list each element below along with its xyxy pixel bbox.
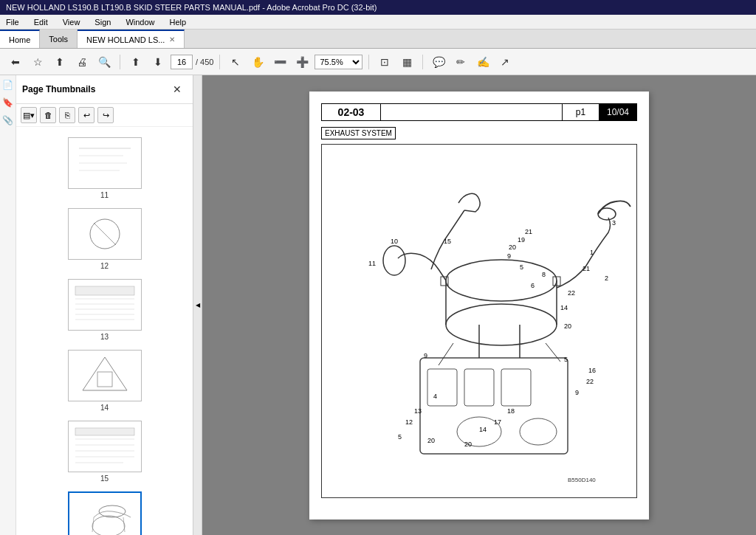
exhaust-diagram: 10 11 3 2 1 22 14 20 8 6 5 9 16 22 9 5 1 [324,151,634,491]
page-icon[interactable]: 📄 [1,78,15,92]
svg-text:9: 9 [507,252,511,260]
title-bar: NEW HOLLAND LS190.B LT190.B SKID STEER P… [0,0,756,15]
thumb-preview-14 [72,353,138,398]
pdf-viewer[interactable]: 02-03 p1 10/04 EXHAUST SYSTEM [202,75,756,535]
svg-text:12: 12 [405,418,413,426]
thumbnail-item-11[interactable]: 11 [16,133,193,204]
share-button[interactable]: ↗ [495,52,515,72]
thumb-preview-12 [72,212,138,256]
redo-btn[interactable]: ↪ [97,107,114,123]
comment-button[interactable]: 💬 [429,52,448,72]
next-page-button[interactable]: ⬇ [148,52,168,72]
svg-rect-20 [75,428,134,435]
highlight-button[interactable]: ✏ [451,52,470,72]
page-total: / 450 [196,58,213,66]
separator-2 [219,55,220,69]
close-sidebar-button[interactable]: ✕ [168,80,187,99]
zoom-out-button[interactable]: ➖ [270,52,289,72]
svg-text:15: 15 [444,238,451,245]
thumbnail-list: 11 12 [16,127,193,535]
svg-rect-26 [72,495,138,535]
svg-rect-16 [72,353,138,398]
close-tab-icon[interactable]: ✕ [169,35,175,44]
svg-text:2: 2 [605,275,608,282]
delete-thumb-btn[interactable]: 🗑 [40,107,56,123]
print-button[interactable]: 🖨 [72,52,92,72]
svg-text:B550D140: B550D140 [568,477,596,483]
thumbnail-item-13[interactable]: 13 [16,275,193,345]
svg-text:17: 17 [494,418,501,426]
thumbnail-options-btn[interactable]: ▤▾ [21,107,37,123]
svg-text:20: 20 [464,441,472,448]
signature-button[interactable]: ✍ [473,52,492,72]
thumb-label-15: 15 [100,474,109,483]
section-spacer [381,104,563,120]
upload-button[interactable]: ⬆ [50,52,69,72]
extract-btn[interactable]: ⎘ [59,107,75,123]
thumb-preview-11 [72,141,138,185]
tab-doc-label: NEW HOLLAND LS... [86,35,165,44]
page-navigation: / 450 [171,55,213,69]
collapse-handle[interactable]: ◀ [193,75,202,535]
title-text: NEW HOLLAND LS190.B LT190.B SKID STEER P… [6,3,377,12]
thumbnail-item-16[interactable]: 16 [16,487,193,535]
collapse-icon: ◀ [196,302,200,308]
page-header: 02-03 p1 10/04 [321,103,637,121]
menu-window[interactable]: Window [123,16,157,28]
svg-text:10: 10 [391,238,398,245]
columns-button[interactable]: ▦ [397,52,416,72]
thumbnail-item-15[interactable]: 15 [16,416,193,487]
svg-text:6: 6 [531,282,535,289]
menu-sign[interactable]: Sign [92,16,114,28]
tab-home[interactable]: Home [0,30,40,48]
diagram-container: 10 11 3 2 1 22 14 20 8 6 5 9 16 22 9 5 1 [321,144,637,498]
attachment-icon[interactable]: 📎 [1,114,15,127]
thumb-label-13: 13 [100,333,109,341]
fit-page-button[interactable]: ⊡ [375,52,394,72]
thumb-label-14: 14 [100,404,109,412]
pan-tool[interactable]: ✋ [248,52,267,72]
svg-text:21: 21 [525,228,532,235]
back-button[interactable]: ⬅ [6,52,25,72]
tab-doc[interactable]: NEW HOLLAND LS... ✕ [78,30,185,48]
svg-text:18: 18 [507,407,515,415]
svg-text:1: 1 [590,249,594,256]
thumbnail-item-14[interactable]: 14 [16,345,193,416]
thumb-box-13 [68,279,142,331]
date-cell: 10/04 [599,104,636,120]
undo-btn[interactable]: ↩ [78,107,94,123]
page-number-input[interactable] [171,55,193,69]
svg-text:14: 14 [560,304,568,311]
search-button[interactable]: 🔍 [94,52,114,72]
zoom-in-button[interactable]: ➕ [292,52,312,72]
cursor-tool[interactable]: ↖ [226,52,245,72]
thumb-box-12 [68,208,142,260]
svg-rect-31 [324,151,634,491]
sidebar-panel: Page Thumbnails ✕ ▤▾ 🗑 ⎘ ↩ ↪ [16,75,193,535]
menu-view[interactable]: View [60,16,83,28]
tab-bar: Home Tools NEW HOLLAND LS... ✕ [0,30,756,49]
tab-tools[interactable]: Tools [40,30,78,48]
zoom-select[interactable]: 50% 75% 75.5% 100% 125% 150% 200% [315,55,362,69]
main-area: 📄 🔖 📎 Page Thumbnails ✕ ▤▾ 🗑 ⎘ ↩ ↪ [0,75,756,535]
thumbnail-item-12[interactable]: 12 [16,204,193,275]
svg-text:9: 9 [575,389,579,396]
menu-file[interactable]: File [3,16,22,28]
bookmark-button[interactable]: ☆ [28,52,47,72]
svg-text:22: 22 [586,378,594,385]
left-icon-panel: 📄 🔖 📎 [0,75,16,535]
svg-text:3: 3 [612,219,616,227]
menu-edit[interactable]: Edit [31,16,51,28]
tab-home-label: Home [9,35,30,44]
separator-4 [422,55,423,69]
svg-text:11: 11 [368,260,376,267]
bookmark-panel-icon[interactable]: 🔖 [1,96,15,109]
menu-help[interactable]: Help [167,16,190,28]
pdf-page: 02-03 p1 10/04 EXHAUST SYSTEM [309,92,649,520]
tab-tools-label: Tools [49,35,68,44]
menu-bar: File Edit View Sign Window Help [0,15,756,30]
thumb-preview-16 [72,495,138,535]
prev-page-button[interactable]: ⬆ [126,52,145,72]
svg-text:16: 16 [588,367,596,374]
svg-text:5: 5 [564,356,568,363]
